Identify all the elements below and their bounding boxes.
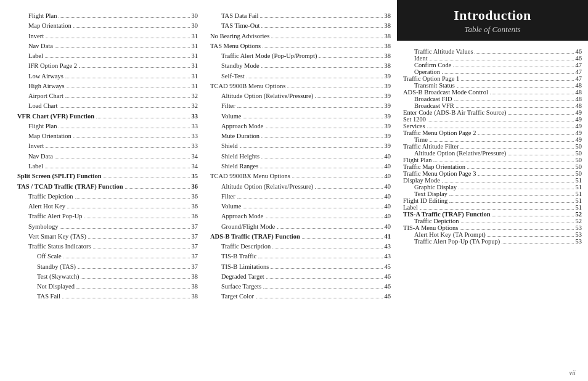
toc-dots (45, 57, 190, 58)
toc-page: 37 (192, 252, 198, 261)
toc-title: Approach Mode (210, 121, 264, 131)
toc-dots (76, 288, 190, 289)
header-block: Introduction Table of Contents (397, 0, 588, 41)
toc-title: Target Color (210, 292, 254, 301)
toc-page: 40 (385, 182, 391, 192)
toc-dots (454, 100, 574, 101)
toc-entry: Flight ID Editing51 (403, 197, 582, 204)
toc-dots (461, 223, 574, 223)
toc-dots (488, 236, 574, 237)
toc-page: 38 (385, 21, 391, 31)
toc-page: 53 (576, 224, 582, 231)
toc-title: Filter (210, 192, 235, 202)
toc-title: Flight ID Editing (403, 197, 447, 204)
toc-title: Label (17, 162, 43, 171)
toc-page: 51 (576, 204, 582, 211)
header-subtitle: Table of Contents (403, 25, 582, 35)
toc-page: 33 (192, 141, 198, 151)
toc-page: 53 (576, 231, 582, 238)
toc-entry: Traffic Altitude Values46 (403, 48, 582, 55)
toc-page: 46 (385, 282, 391, 292)
toc-page: 39 (385, 91, 391, 101)
toc-page: 40 (385, 192, 391, 202)
toc-dots (243, 208, 382, 208)
toc-page: 49 (576, 116, 582, 123)
toc-entry: Altitude Option (Relative/Pressure)40 (210, 182, 391, 192)
toc-title: TAS Menu Options (210, 41, 261, 51)
toc-dots (442, 73, 574, 74)
toc-title: TAS Fail (17, 292, 60, 301)
toc-dots (502, 243, 573, 244)
toc-dots (420, 209, 574, 210)
toc-dots (55, 158, 190, 158)
toc-page: 49 (576, 109, 582, 116)
toc-dots (79, 67, 189, 68)
toc-page: 48 (576, 82, 582, 89)
toc-entry: Time49 (403, 136, 582, 143)
toc-page: 38 (385, 41, 391, 51)
toc-entry: Traffic Menu Option Page 350 (403, 170, 582, 177)
toc-title: Traffic Depiction (17, 192, 73, 202)
toc-title: Invert (17, 31, 44, 41)
toc-entry: Graphic Display51 (403, 184, 582, 190)
toc-dots (453, 67, 573, 67)
toc-entry: Volume40 (210, 202, 391, 211)
toc-dots (60, 228, 189, 229)
toc-dots (256, 298, 382, 298)
toc-title: Graphic Display (403, 184, 457, 190)
toc-page: 31 (192, 41, 198, 51)
toc-entry: Standby Mode38 (210, 61, 391, 71)
toc-dots (266, 278, 383, 279)
toc-dots (261, 158, 382, 158)
toc-title: Services (403, 123, 425, 129)
toc-title: Alert Hot Key (17, 202, 65, 211)
toc-entry: Test (Skywatch)38 (17, 272, 198, 282)
toc-dots (60, 107, 190, 108)
toc-entry: VFR Chart (VFR) Function33 (17, 112, 198, 121)
toc-entry: Set 120049 (403, 116, 582, 123)
toc-entry: TAS Time-Out38 (210, 21, 391, 31)
toc-page: 49 (576, 123, 582, 129)
toc-entry: Target Color46 (210, 292, 391, 301)
toc-dots (260, 168, 382, 168)
toc-dots (442, 182, 574, 182)
column-1: Flight Plan30Map Orientation30Invert31Na… (11, 11, 204, 375)
toc-dots (430, 60, 574, 60)
toc-page: 51 (576, 190, 582, 197)
toc-dots (88, 238, 190, 239)
toc-entry: TIS-B Limitations45 (210, 262, 391, 272)
toc-title: Traffic Alert Pop-Up (TA Popup) (403, 238, 500, 245)
toc-page: 49 (576, 129, 582, 136)
toc-dots (96, 118, 189, 118)
toc-entry: Operation47 (403, 68, 582, 75)
toc-dots (430, 141, 574, 142)
toc-page: 36 (192, 192, 198, 202)
toc-entry: Shield39 (210, 141, 391, 151)
toc-page: 48 (576, 96, 582, 102)
toc-entry: Altitude Option (Relative/Pressure)39 (210, 91, 391, 101)
toc-dots (449, 195, 574, 196)
toc-entry: Traffic Menu Option Page 249 (403, 129, 582, 136)
column-3: Traffic Altitude Values46Ident46Confirm … (397, 41, 588, 381)
toc-title: Traffic Depiction (403, 218, 459, 224)
toc-title: Volume (210, 202, 241, 211)
toc-title: Map Orientation (17, 131, 71, 141)
toc-dots (457, 87, 574, 88)
toc-dots (258, 258, 382, 258)
right-panel: Introduction Table of Contents Traffic A… (397, 0, 588, 381)
toc-title: Standby (TAS) (17, 262, 76, 272)
toc-title: Traffic Alert Mode (Pop-Up/Prompt) (210, 51, 317, 61)
toc-entry: Standby (TAS)37 (17, 262, 198, 272)
toc-page: 46 (576, 55, 582, 62)
toc-entry: Traffic Option Page 147 (403, 75, 582, 82)
toc-page: 48 (576, 102, 582, 109)
toc-entry: Broadcast FID48 (403, 96, 582, 102)
toc-page: 33 (192, 112, 198, 121)
toc-entry: Display Mode51 (403, 177, 582, 184)
toc-title: Filter (210, 101, 235, 111)
toc-page: 43 (385, 252, 391, 261)
toc-page: 49 (576, 136, 582, 143)
toc-page: 32 (192, 91, 198, 101)
toc-entry: Low Airways31 (17, 72, 198, 81)
toc-dots (62, 298, 190, 298)
